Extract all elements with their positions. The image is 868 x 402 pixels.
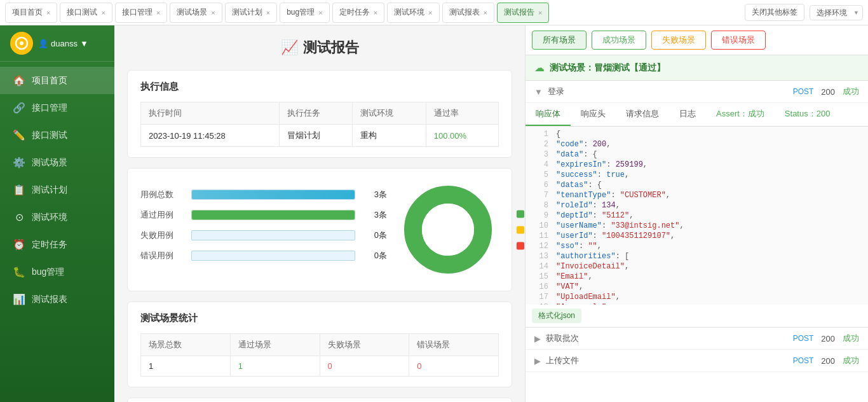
json-line: 3"data": { <box>526 149 868 160</box>
json-line: 7"tenantType": "CUSTOMER", <box>526 190 868 200</box>
filter-all[interactable]: 所有场景 <box>532 31 587 50</box>
line-content: "InvoiceDetail", <box>556 262 629 271</box>
line-content: "Email", <box>556 272 593 281</box>
exec-time-value: 2023-10-19 11:45:28 <box>141 125 280 147</box>
line-number: 8 <box>531 201 548 210</box>
json-line: 2"code": 200, <box>526 139 868 149</box>
line-number: 3 <box>531 150 548 159</box>
stat-fail-row: 失败用例 0条 <box>140 230 387 241</box>
bug-icon: 🐛 <box>13 266 25 278</box>
tab-定时任务[interactable]: 定时任务 × <box>332 3 384 23</box>
schedule-icon: ⏰ <box>13 239 25 251</box>
sidebar-user[interactable]: 👤 duanss ▼ <box>38 39 88 48</box>
exec-env-header: 测试环境 <box>353 102 426 125</box>
sidebar-item-api-test[interactable]: ✏️ 接口测试 <box>0 121 114 149</box>
json-line: 6"datas": { <box>526 180 868 190</box>
svg-point-3 <box>422 204 474 256</box>
filter-tabs: 所有场景 成功场景 失败场景 错误场景 <box>526 25 868 55</box>
sidebar-logo: 👤 duanss ▼ <box>0 25 114 62</box>
stat-error-row: 错误用例 0条 <box>140 250 387 261</box>
line-number: 13 <box>531 252 548 261</box>
detail-tab-headers[interactable]: 响应头 <box>571 103 616 126</box>
detail-tab-request[interactable]: 请求信息 <box>616 103 669 126</box>
detail-tab-status[interactable]: Status：200 <box>775 103 841 126</box>
tab-项目首页[interactable]: 项目首页 × <box>5 3 57 23</box>
sidebar-item-test-scene[interactable]: ⚙️ 测试场景 <box>0 149 114 176</box>
detail-tabs: 响应体 响应头 请求信息 日志 Assert：成功 Status：200 <box>526 103 868 127</box>
line-number: 10 <box>531 221 548 230</box>
home-icon: 🏠 <box>13 74 25 87</box>
line-content: "userName": "33@intsig.net", <box>556 221 684 230</box>
scenario-batch-row[interactable]: ▶ 获取批次 POST 200 成功 <box>526 328 868 350</box>
report-icon: 📊 <box>13 293 25 305</box>
tab-bug管理[interactable]: bug管理 × <box>280 3 329 23</box>
scenario-upload-row[interactable]: ▶ 上传文件 POST 200 成功 <box>526 350 868 372</box>
line-number: 12 <box>531 242 548 251</box>
exec-task-value: 冒烟计划 <box>280 125 353 147</box>
report-title-icon: 📈 <box>281 39 298 56</box>
stat-error-count: 0条 <box>362 250 387 261</box>
line-number: 4 <box>531 160 548 169</box>
json-line: 15"Email", <box>526 272 868 282</box>
sidebar-item-bug[interactable]: 🐛 bug管理 <box>0 258 114 286</box>
close-others-button[interactable]: 关闭其他标签 <box>745 4 804 21</box>
detail-tab-response[interactable]: 响应体 <box>526 103 571 126</box>
line-number: 15 <box>531 272 548 281</box>
tab-接口测试[interactable]: 接口测试 × <box>60 3 112 23</box>
cell-pass: 1 <box>230 356 320 377</box>
tab-接口管理[interactable]: 接口管理 × <box>115 3 167 23</box>
filter-fail[interactable]: 失败场景 <box>651 31 706 50</box>
json-line: 11"userId": "1004351129107", <box>526 231 868 241</box>
sidebar-item-schedule[interactable]: ⏰ 定时任务 <box>0 231 114 258</box>
line-content: "data": { <box>556 150 597 159</box>
tab-测试报告[interactable]: 测试报告 × <box>497 3 549 23</box>
filter-error[interactable]: 错误场景 <box>711 31 766 50</box>
tab-测试场景[interactable]: 测试场景 × <box>170 3 222 23</box>
top-tab-bar: 项目首页 × 接口测试 × 接口管理 × 测试场景 × 测试计划 × bug管理… <box>0 0 868 25</box>
exec-env-value: 重构 <box>353 125 426 147</box>
stat-total-fill <box>192 190 355 199</box>
stat-pass-row: 通过用例 3条 <box>140 209 387 221</box>
detail-tab-log[interactable]: 日志 <box>669 103 706 126</box>
filter-success[interactable]: 成功场景 <box>592 31 646 50</box>
stat-fail-count: 0条 <box>362 230 387 241</box>
exec-rate-value: 100.00% <box>426 125 498 147</box>
line-content: "expiresIn": 259199, <box>556 160 648 169</box>
env-select[interactable]: 选择环境 <box>810 5 863 20</box>
stat-pass-fill <box>192 211 355 219</box>
test-env-icon: ⊙ <box>13 211 25 223</box>
stats-section: 用例总数 3条 通过用例 3条 失败用例 <box>127 168 512 291</box>
stat-total-count: 3条 <box>362 189 387 200</box>
tab-测试计划[interactable]: 测试计划 × <box>225 3 277 23</box>
sidebar-item-test-env[interactable]: ⊙ 测试环境 <box>0 204 114 231</box>
sidebar-item-report[interactable]: 📊 测试报表 <box>0 286 114 313</box>
tab-测试报表[interactable]: 测试报表 × <box>442 3 494 23</box>
format-json-button[interactable]: 格式化json <box>532 308 581 323</box>
line-content: "authorities": [ <box>556 252 629 261</box>
legend-fail-dot <box>517 226 524 233</box>
stat-total-bar <box>191 190 355 200</box>
stat-error-bar <box>191 251 355 261</box>
stats-grid: 用例总数 3条 通过用例 3条 失败用例 <box>140 179 499 281</box>
sidebar-item-test-plan[interactable]: 📋 测试计划 <box>0 176 114 204</box>
exec-time-header: 执行时间 <box>141 102 280 125</box>
json-line: 10"userName": "33@intsig.net", <box>526 221 868 231</box>
json-line: 12"sso": "", <box>526 241 868 251</box>
line-content: "datas": { <box>556 181 602 190</box>
detail-tab-assert[interactable]: Assert：成功 <box>706 103 775 126</box>
expand-icon-upload: ▶ <box>534 356 541 366</box>
scenario-login-row[interactable]: ▼ 登录 POST 200 成功 <box>526 81 868 103</box>
legend-error: 错误 <box>517 240 525 251</box>
test-plan-icon: 📋 <box>13 184 25 196</box>
sidebar-item-home[interactable]: 🏠 项目首页 <box>0 67 114 94</box>
sidebar-item-api-manage[interactable]: 🔗 接口管理 <box>0 94 114 121</box>
tab-测试环境[interactable]: 测试环境 × <box>387 3 439 23</box>
svg-point-1 <box>20 41 24 45</box>
expand-icon: ▼ <box>534 87 543 97</box>
stat-error-label: 错误用例 <box>140 250 185 261</box>
json-line: 17"UploadEmail", <box>526 292 868 302</box>
line-number: 7 <box>531 191 548 200</box>
line-content: "code": 200, <box>556 140 611 149</box>
sidebar-nav: 🏠 项目首页 🔗 接口管理 ✏️ 接口测试 ⚙️ 测试场景 📋 测试计划 ⊙ <box>0 62 114 313</box>
col-error: 错误场景 <box>409 334 499 356</box>
